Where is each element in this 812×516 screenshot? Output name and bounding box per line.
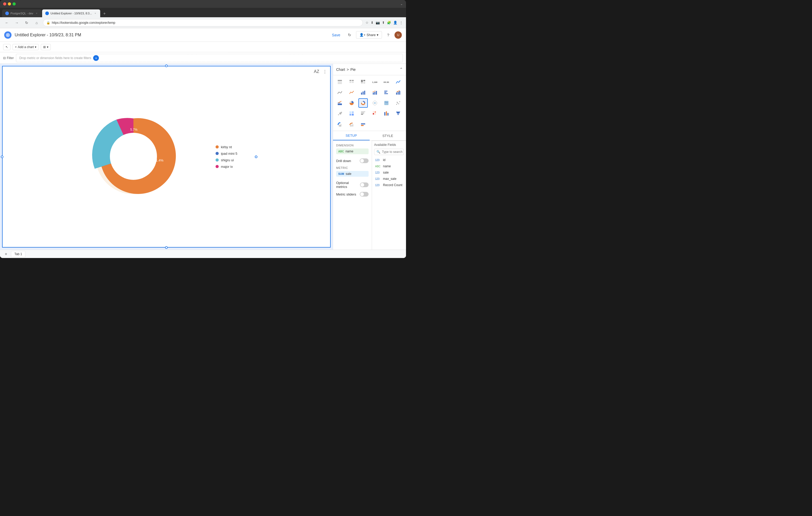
close-window-btn[interactable] (3, 2, 6, 5)
back-button[interactable]: ← (3, 19, 10, 26)
selection-handle-top[interactable] (165, 65, 168, 67)
bookmark-icon[interactable]: ☆ (366, 21, 369, 25)
drill-down-toggle[interactable] (360, 158, 369, 163)
help-button[interactable]: ? (384, 31, 393, 39)
chart-type-combo2[interactable] (335, 98, 345, 108)
app-content: Untitled Explorer - 10/9/23, 8:31 PM Sav… (0, 28, 406, 258)
chart-type-gauge[interactable]: 111K (335, 119, 345, 129)
filter-add-button[interactable]: + (93, 55, 99, 61)
more-icon[interactable]: ⋮ (400, 21, 403, 25)
tab-style[interactable]: STYLE (370, 131, 406, 140)
svg-rect-34 (338, 103, 342, 105)
chart-type-donut[interactable] (358, 98, 368, 108)
tab-1[interactable]: Tab 1 (11, 251, 25, 257)
refresh-button[interactable]: ↻ (346, 31, 354, 39)
selection-handle-left[interactable] (1, 155, 3, 158)
layout-icon: ⊞ (43, 45, 46, 49)
new-tab-button[interactable]: + (101, 10, 108, 17)
svg-rect-12 (349, 82, 351, 83)
chart-type-grid: 1,168 69.3K (333, 75, 406, 131)
chart-type-scorecard[interactable]: 1,168 (370, 78, 380, 87)
chart-type-geo2[interactable] (382, 98, 391, 108)
chart-type-scorecard2[interactable]: 69.3K (382, 78, 391, 87)
dimension-field-chip[interactable]: ABC name (336, 149, 369, 154)
user-avatar[interactable]: U (395, 31, 402, 39)
save-button[interactable]: Save (329, 31, 344, 39)
forward-button[interactable]: → (13, 19, 21, 26)
share-button[interactable]: 👤+ Share ▾ (356, 31, 382, 39)
selection-handle-right[interactable] (255, 155, 257, 158)
download-icon[interactable]: ⬇ (371, 21, 374, 25)
chart-type-bar5[interactable] (358, 119, 368, 129)
chart-type-scatter[interactable] (394, 98, 403, 108)
tab-setup[interactable]: SETUP (333, 131, 370, 140)
svg-rect-11 (352, 81, 354, 82)
profile-icon[interactable]: 👤 (393, 21, 397, 25)
chart-type-pivot3[interactable] (347, 109, 356, 118)
field-item-record-count[interactable]: 123 Record Count (374, 182, 404, 188)
chart-type-smoothline[interactable] (335, 88, 345, 97)
chart-type-funnel[interactable] (394, 109, 403, 118)
field-item-id[interactable]: 123 id (374, 157, 404, 163)
chart-type-bar3[interactable] (382, 109, 391, 118)
chart-type-geo[interactable] (370, 98, 380, 108)
chart-type-linechart[interactable] (394, 78, 403, 87)
layout-button[interactable]: ⊞ ▾ (41, 44, 51, 50)
minimize-window-btn[interactable] (8, 2, 11, 5)
svg-point-46 (397, 102, 397, 103)
chart-type-gauge2[interactable]: 220.7K (347, 119, 356, 129)
chart-type-pivot4[interactable] (358, 109, 368, 118)
chart-type-table[interactable] (335, 78, 345, 87)
chart-type-hbar[interactable] (382, 88, 391, 97)
chart-type-heatmap[interactable] (370, 109, 380, 118)
tab-explorer[interactable]: Untitled Explorer - 10/9/23, 8:3... × (42, 9, 100, 17)
setup-tabs: SETUP STYLE (333, 131, 406, 141)
legend-dot-shigru (215, 158, 219, 161)
chart-more-button[interactable]: ⋮ (321, 68, 328, 75)
add-chart-button[interactable]: + Add a chart ▾ (12, 44, 39, 50)
add-tab-button[interactable]: + (3, 251, 9, 257)
chart-type-bar[interactable] (358, 88, 368, 97)
window-menu-icon[interactable]: ⌄ (400, 2, 403, 6)
share-icon[interactable]: ⬆ (382, 21, 385, 25)
extension-icon[interactable]: 🧩 (387, 21, 391, 25)
selection-handle-bottom[interactable] (165, 246, 168, 249)
field-item-max-sale[interactable]: 123 max_sale (374, 176, 404, 182)
chart-type-pie[interactable] (347, 98, 356, 108)
metric-field-chip[interactable]: SUM sale (336, 171, 369, 177)
address-input[interactable]: 🔒 https://lookerstudio.google.com/explor… (43, 19, 363, 26)
tab-explorer-close[interactable]: × (93, 11, 97, 15)
chart-type-bubble[interactable] (335, 109, 345, 118)
field-item-sale[interactable]: 123 sale (374, 170, 404, 175)
field-item-name[interactable]: ABC name (374, 163, 404, 169)
metric-sliders-toggle[interactable] (360, 192, 369, 196)
svg-rect-29 (384, 92, 386, 93)
chart-type-bar2[interactable] (370, 88, 380, 97)
screenshot-icon[interactable]: 📷 (376, 21, 380, 25)
select-tool-button[interactable]: ↖ (3, 44, 10, 50)
optional-metrics-toggle[interactable] (360, 182, 369, 187)
legend-label-shigru: shigru ui (221, 158, 234, 162)
maximize-window-btn[interactable] (12, 2, 16, 5)
chart-type-pivot2[interactable] (358, 78, 368, 87)
search-input[interactable] (382, 150, 406, 154)
reload-button[interactable]: ↻ (23, 19, 30, 26)
breadcrumb-separator: > (347, 67, 349, 72)
search-box[interactable]: 🔍 (374, 149, 404, 155)
panel-collapse-button[interactable]: ⌃ (400, 67, 403, 72)
tab-postgresql-close[interactable]: × (35, 11, 38, 15)
chart-container[interactable]: AZ ⋮ (2, 66, 331, 247)
svg-point-3 (110, 133, 157, 180)
tab-postgresql[interactable]: PostgreSQL - dev × (2, 9, 41, 17)
chart-az-button[interactable]: AZ (313, 68, 320, 75)
chart-type-line2[interactable] (347, 88, 356, 97)
filter-label: ⊟ Filter (3, 56, 14, 60)
setup-content: Dimension ABC name Drill down Metric (333, 141, 406, 250)
chart-type-combo[interactable] (394, 88, 403, 97)
chart-type-pivot[interactable] (347, 78, 356, 87)
filter-drop-zone[interactable]: Drop metric or dimension fields here to … (16, 54, 403, 62)
svg-rect-28 (384, 91, 387, 91)
field-name-name: name (383, 164, 391, 168)
address-icons: ☆ ⬇ 📷 ⬆ 🧩 👤 ⋮ (366, 21, 403, 25)
home-button[interactable]: ⌂ (33, 19, 40, 26)
